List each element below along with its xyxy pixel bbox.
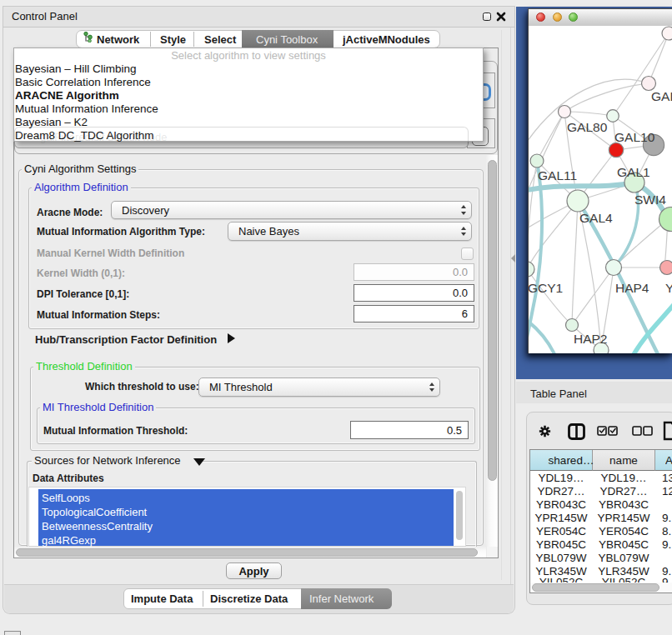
svg-text:HAP4: HAP4: [615, 281, 649, 295]
svg-text:HAP2: HAP2: [574, 332, 608, 346]
svg-text:SWI4: SWI4: [634, 192, 666, 207]
svg-text:GAL4: GAL4: [579, 211, 613, 225]
svg-text:GAL: GAL: [651, 89, 672, 103]
svg-text:Y: Y: [665, 281, 672, 295]
svg-text:GCY1: GCY1: [529, 281, 563, 295]
svg-text:GAL10: GAL10: [614, 130, 655, 144]
svg-text:GAL80: GAL80: [567, 120, 608, 134]
svg-text:GAL11: GAL11: [538, 168, 577, 182]
svg-text:GAL1: GAL1: [617, 165, 650, 179]
